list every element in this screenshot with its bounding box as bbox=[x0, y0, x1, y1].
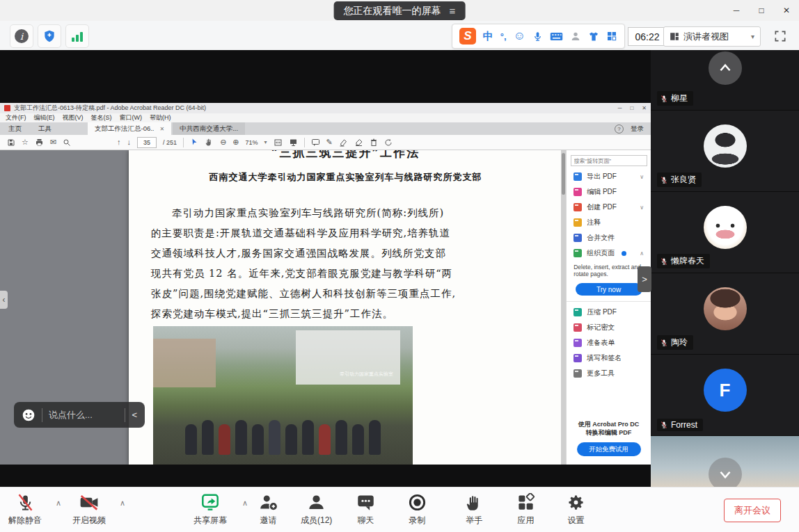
tool-compress-pdf[interactable]: 压缩 PDF bbox=[567, 305, 651, 320]
document-scrollbar[interactable] bbox=[561, 150, 566, 465]
participant-tile[interactable]: 陶玲 bbox=[651, 273, 799, 355]
acrobat-close-button[interactable]: ✕ bbox=[642, 105, 647, 111]
tool-fill-sign[interactable]: 填写和签名 bbox=[567, 350, 651, 366]
reading-mode-icon[interactable] bbox=[289, 138, 298, 147]
previous-page-icon[interactable]: ↑ bbox=[117, 138, 121, 146]
star-icon[interactable]: ☆ bbox=[22, 138, 29, 146]
menu-view[interactable]: 视图(V) bbox=[63, 113, 84, 122]
fit-width-icon[interactable] bbox=[274, 138, 283, 147]
acrobat-minimize-button[interactable]: ─ bbox=[618, 105, 622, 111]
save-icon[interactable] bbox=[7, 138, 15, 147]
sogou-logo-icon[interactable]: S bbox=[459, 28, 476, 45]
mic-muted-icon bbox=[660, 257, 668, 266]
comment-icon[interactable] bbox=[311, 138, 320, 147]
invite-button[interactable]: 邀请 bbox=[259, 493, 278, 526]
view-mode-selector[interactable]: 演讲者视图 ▾ bbox=[663, 26, 761, 47]
tool-comment[interactable]: 注释 bbox=[567, 215, 651, 230]
menu-window[interactable]: 窗口(W) bbox=[120, 113, 143, 122]
zoom-out-icon[interactable]: ⊖ bbox=[220, 138, 226, 146]
tab-tools[interactable]: 工具 bbox=[30, 122, 60, 135]
ime-toolbox-icon[interactable] bbox=[606, 31, 617, 42]
page-number-input[interactable]: 35 bbox=[137, 137, 157, 148]
tool-redact[interactable]: 标记密文 bbox=[567, 320, 651, 335]
chat-input-pill[interactable]: 说点什么... < bbox=[14, 402, 145, 428]
tool-organize-pages[interactable]: 组织页面∧ bbox=[567, 245, 651, 261]
ime-emoji-icon[interactable]: ☺ bbox=[514, 29, 525, 43]
tab-document-2[interactable]: 中共西南交通大学... bbox=[173, 122, 245, 135]
ime-mode-chinese[interactable]: 中 bbox=[483, 30, 493, 43]
banner-menu-icon[interactable]: ≡ bbox=[450, 5, 456, 17]
settings-button[interactable]: 设置 bbox=[567, 493, 585, 526]
hand-tool-icon[interactable] bbox=[205, 138, 214, 147]
chat-button[interactable]: 聊天 bbox=[356, 493, 375, 526]
tool-edit-pdf[interactable]: 编辑 PDF bbox=[567, 184, 651, 200]
menu-edit[interactable]: 编辑(E) bbox=[34, 113, 55, 122]
next-page-icon[interactable]: ↓ bbox=[127, 138, 132, 146]
scroll-participants-down-button[interactable] bbox=[709, 458, 742, 487]
participant-tile[interactable]: F Forrest bbox=[651, 355, 799, 437]
free-trial-button[interactable]: 开始免费试用 bbox=[577, 442, 641, 456]
raise-hand-button[interactable]: 举手 bbox=[465, 493, 484, 526]
ime-skin-icon[interactable] bbox=[588, 31, 599, 42]
apps-button[interactable]: 应用 bbox=[516, 493, 535, 526]
close-button[interactable]: ✕ bbox=[774, 0, 799, 21]
video-options-chevron[interactable]: ∧ bbox=[120, 499, 125, 508]
print-icon[interactable] bbox=[35, 138, 44, 147]
ime-punctuation-icon[interactable]: °, bbox=[500, 31, 507, 42]
tool-more-tools[interactable]: 更多工具 bbox=[567, 366, 651, 381]
tab-close-icon[interactable]: ✕ bbox=[160, 126, 165, 132]
unmute-button[interactable]: 解除静音 bbox=[8, 493, 42, 526]
share-screen-button[interactable]: 共享屏幕 bbox=[193, 493, 227, 526]
tool-create-pdf[interactable]: 创建 PDF∨ bbox=[567, 200, 651, 215]
help-icon[interactable]: ? bbox=[615, 124, 624, 134]
search-zoom-icon[interactable] bbox=[63, 138, 71, 147]
ime-profile-icon[interactable] bbox=[570, 31, 581, 42]
menu-file[interactable]: 文件(F) bbox=[6, 113, 26, 122]
minimize-button[interactable]: ─ bbox=[724, 0, 749, 21]
delete-pages-icon[interactable] bbox=[370, 138, 378, 147]
fullscreen-button[interactable] bbox=[770, 26, 791, 47]
chat-input-placeholder[interactable]: 说点什么... bbox=[49, 409, 118, 421]
sidebar-collapse-handle[interactable]: > bbox=[638, 266, 651, 292]
emoji-icon[interactable] bbox=[22, 408, 35, 422]
rotate-pages-icon[interactable] bbox=[384, 138, 393, 147]
ime-voice-icon[interactable] bbox=[532, 31, 543, 42]
maximize-button[interactable]: □ bbox=[749, 0, 774, 21]
tool-combine-files[interactable]: 合并文件 bbox=[567, 230, 651, 245]
participant-tile[interactable]: 张良贤 bbox=[651, 111, 799, 193]
start-video-button[interactable]: 开启视频 bbox=[72, 493, 106, 526]
tool-export-pdf[interactable]: 导出 PDF∨ bbox=[567, 169, 651, 184]
leave-meeting-button[interactable]: 离开会议 bbox=[724, 499, 781, 522]
zoom-in-icon[interactable]: ⊕ bbox=[232, 138, 239, 146]
menu-sign[interactable]: 签名(S) bbox=[91, 113, 112, 122]
mic-muted-icon bbox=[16, 493, 35, 512]
try-now-button[interactable]: Try now bbox=[576, 283, 642, 296]
mic-options-chevron[interactable]: ∧ bbox=[56, 499, 61, 508]
watching-screen-banner[interactable]: 您正在观看唯一的屏幕 ≡ bbox=[334, 1, 466, 20]
zoom-level-value[interactable]: 71% bbox=[246, 139, 258, 146]
network-quality-button[interactable] bbox=[65, 24, 89, 48]
tab-home[interactable]: 主页 bbox=[0, 122, 30, 135]
sign-in-link[interactable]: 登录 bbox=[631, 124, 644, 134]
pencil-icon[interactable]: ✎ bbox=[326, 138, 333, 146]
members-button[interactable]: 成员(12) bbox=[301, 493, 332, 526]
menu-help[interactable]: 帮助(H) bbox=[150, 113, 171, 122]
tool-prepare-form[interactable]: 准备表单 bbox=[567, 335, 651, 350]
fill-sign-icon[interactable] bbox=[354, 138, 363, 147]
chat-collapse-icon[interactable]: < bbox=[132, 410, 137, 420]
tab-document-active[interactable]: 支部工作法汇总-06.. ✕ bbox=[88, 122, 171, 135]
acrobat-maximize-button[interactable]: □ bbox=[630, 105, 633, 111]
participant-tile[interactable]: 懒牌春天 bbox=[651, 192, 799, 274]
meeting-info-button[interactable]: i bbox=[10, 24, 33, 48]
record-button[interactable]: 录制 bbox=[408, 493, 427, 526]
ime-keyboard-icon[interactable] bbox=[550, 31, 563, 42]
highlight-icon[interactable] bbox=[339, 138, 348, 147]
left-collapse-handle[interactable]: ‹ bbox=[0, 291, 8, 309]
select-tool-icon[interactable] bbox=[190, 138, 198, 147]
tools-search-input[interactable] bbox=[571, 155, 647, 166]
share-options-chevron[interactable]: ∧ bbox=[242, 499, 248, 508]
email-icon[interactable]: ✉ bbox=[50, 138, 56, 146]
zoom-caret-icon[interactable]: ▾ bbox=[264, 139, 267, 145]
scroll-participants-up-button[interactable] bbox=[709, 51, 742, 85]
protection-button[interactable] bbox=[38, 24, 61, 48]
